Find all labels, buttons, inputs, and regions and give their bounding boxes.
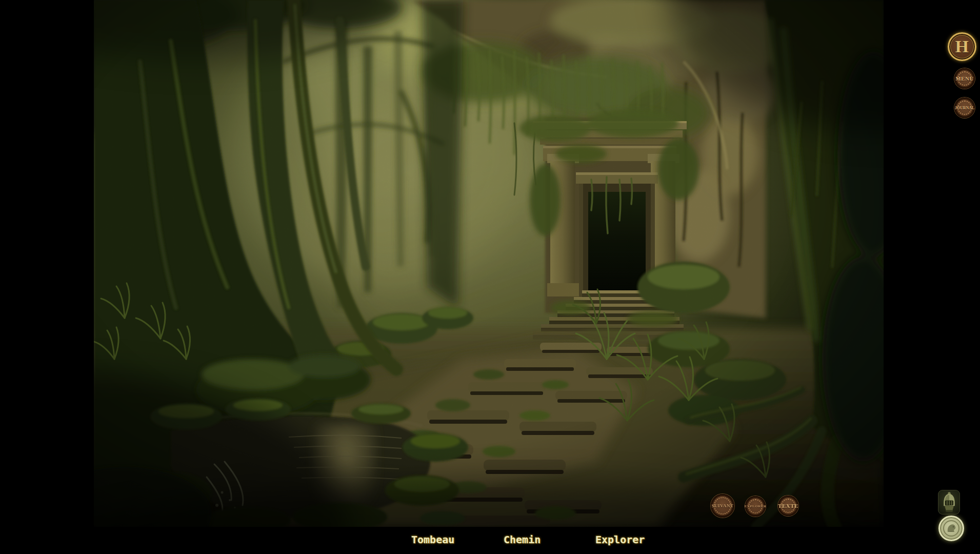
texte-button[interactable]: TEXTE bbox=[778, 496, 798, 516]
hotspot-explorer[interactable]: Explorer bbox=[595, 534, 645, 545]
forest-tomb-artwork bbox=[94, 0, 884, 527]
menu-button-label: MENU bbox=[955, 75, 974, 82]
menu-button[interactable]: MENU bbox=[954, 68, 975, 89]
explorer-button[interactable]: EXPLORER bbox=[745, 496, 766, 517]
hotspot-tombeau[interactable]: Tombeau bbox=[411, 534, 454, 545]
suivant-button-label: SUIVANT bbox=[712, 503, 734, 508]
journal-button-label: JOURNAL bbox=[955, 106, 975, 110]
knight-medallion-icon[interactable] bbox=[938, 516, 964, 541]
knight-helmet-glyph bbox=[940, 491, 958, 513]
scene-view[interactable] bbox=[94, 0, 884, 527]
texte-button-label: TEXTE bbox=[778, 503, 798, 509]
home-button-label: H bbox=[955, 37, 969, 56]
suivant-button[interactable]: SUIVANT bbox=[711, 494, 734, 518]
explorer-button-label: EXPLORER bbox=[745, 504, 767, 508]
knight-helmet-icon[interactable] bbox=[938, 490, 960, 515]
journal-button[interactable]: JOURNAL bbox=[954, 97, 975, 118]
medallion-glyph bbox=[943, 520, 960, 537]
home-button[interactable]: H bbox=[948, 32, 976, 61]
hotspot-chemin[interactable]: Chemin bbox=[504, 534, 541, 545]
